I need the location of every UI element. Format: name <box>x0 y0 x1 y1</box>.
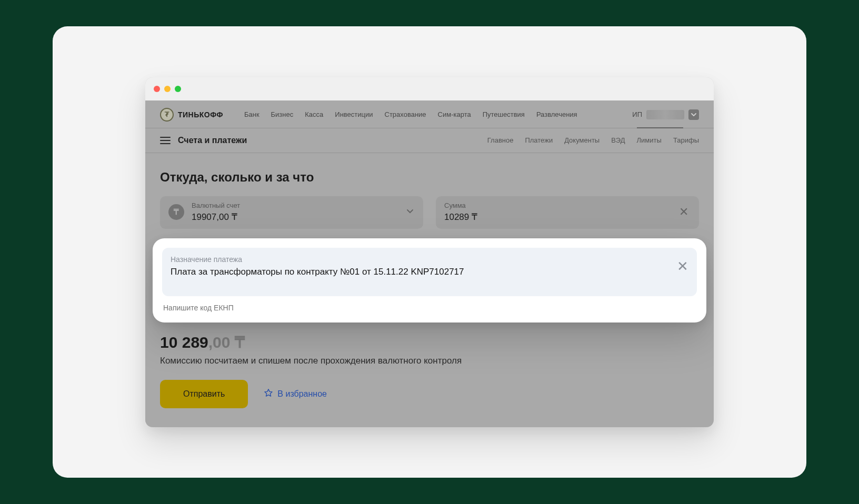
tenge-icon: ₸ <box>168 204 184 220</box>
clear-purpose-icon[interactable]: ✕ <box>677 259 688 273</box>
amount-field[interactable]: Сумма 10289 ₸ ✕ <box>436 196 699 229</box>
stage: ₮ ТИНЬКОФФ Банк Бизнес Касса Инвестиции … <box>53 26 806 478</box>
window-close-icon[interactable] <box>154 86 160 92</box>
top-nav-links: Банк Бизнес Касса Инвестиции Страхование… <box>244 110 577 118</box>
send-button[interactable]: Отправить <box>160 380 248 408</box>
chevron-down-icon[interactable] <box>405 206 415 218</box>
total-currency: ₸ <box>230 334 244 351</box>
account-switcher[interactable]: ИП <box>632 109 699 120</box>
tab-main[interactable]: Главное <box>487 136 514 144</box>
total-int: 10 289 <box>160 334 208 351</box>
add-favorite-link[interactable]: В избранное <box>264 388 327 400</box>
brand[interactable]: ₮ ТИНЬКОФФ <box>160 108 223 122</box>
purpose-label: Назначение платежа <box>171 255 670 264</box>
form-row-account-amount: ₸ Валютный счет 19907,00 ₸ Сумма 10289 ₸ <box>160 196 699 229</box>
viewport: ₮ ТИНЬКОФФ Банк Бизнес Касса Инвестиции … <box>145 100 714 427</box>
window-maximize-icon[interactable] <box>175 86 181 92</box>
clear-amount-icon[interactable]: ✕ <box>677 205 691 219</box>
hamburger-icon[interactable] <box>160 137 171 144</box>
favorite-label: В избранное <box>277 389 327 399</box>
tab-ved[interactable]: ВЭД <box>611 136 625 144</box>
nav-kassa[interactable]: Касса <box>305 110 323 118</box>
nav-sim[interactable]: Сим-карта <box>438 110 471 118</box>
tab-tariffs[interactable]: Тарифы <box>673 136 699 144</box>
nav-insurance[interactable]: Страхование <box>385 110 426 118</box>
purpose-field[interactable]: Назначение платежа ✕ <box>162 248 697 296</box>
window-minimize-icon[interactable] <box>164 86 171 92</box>
section-title: Откуда, сколько и за что <box>160 170 699 185</box>
commission-note: Комиссию посчитаем и спишем после прохож… <box>160 356 699 366</box>
total-dec: ,00 <box>208 334 231 351</box>
nav-business[interactable]: Бизнес <box>271 110 294 118</box>
brand-name: ТИНЬКОФФ <box>178 110 223 119</box>
tab-payments[interactable]: Платежи <box>525 136 553 144</box>
nav-entertainment[interactable]: Развлечения <box>536 110 577 118</box>
page-title: Счета и платежи <box>178 136 247 145</box>
account-select[interactable]: ₸ Валютный счет 19907,00 ₸ <box>160 196 423 229</box>
content: Откуда, сколько и за что ₸ Валютный счет… <box>145 153 714 408</box>
amount-value: 10289 ₸ <box>444 211 677 223</box>
brand-shield-icon: ₮ <box>160 108 174 122</box>
amount-label: Сумма <box>444 201 677 209</box>
nav-invest[interactable]: Инвестиции <box>335 110 373 118</box>
top-nav: ₮ ТИНЬКОФФ Банк Бизнес Касса Инвестиции … <box>145 100 714 128</box>
tab-documents[interactable]: Документы <box>564 136 600 144</box>
tab-limits[interactable]: Лимиты <box>637 136 662 144</box>
account-label: Валютный счет <box>192 201 405 209</box>
nav-travel[interactable]: Путешествия <box>483 110 525 118</box>
nav-bank[interactable]: Банк <box>244 110 259 118</box>
chevron-down-icon[interactable] <box>688 109 699 120</box>
total-amount: 10 289,00 ₸ <box>160 333 699 351</box>
window-titlebar <box>145 77 714 100</box>
star-icon <box>264 388 273 400</box>
account-name-redacted <box>646 110 684 119</box>
account-underline <box>637 127 683 128</box>
account-prefix: ИП <box>632 110 642 118</box>
purpose-popover: Назначение платежа ✕ Напишите код ЕКНП <box>153 238 706 322</box>
browser-window: ₮ ТИНЬКОФФ Банк Бизнес Касса Инвестиции … <box>145 77 714 427</box>
purpose-hint: Напишите код ЕКНП <box>162 304 697 312</box>
sub-nav: Счета и платежи Главное Платежи Документ… <box>145 128 714 153</box>
sub-nav-links: Главное Платежи Документы ВЭД Лимиты Тар… <box>487 136 699 144</box>
account-value: 19907,00 ₸ <box>192 211 405 223</box>
actions-row: Отправить В избранное <box>160 380 699 408</box>
purpose-input[interactable] <box>171 267 670 277</box>
